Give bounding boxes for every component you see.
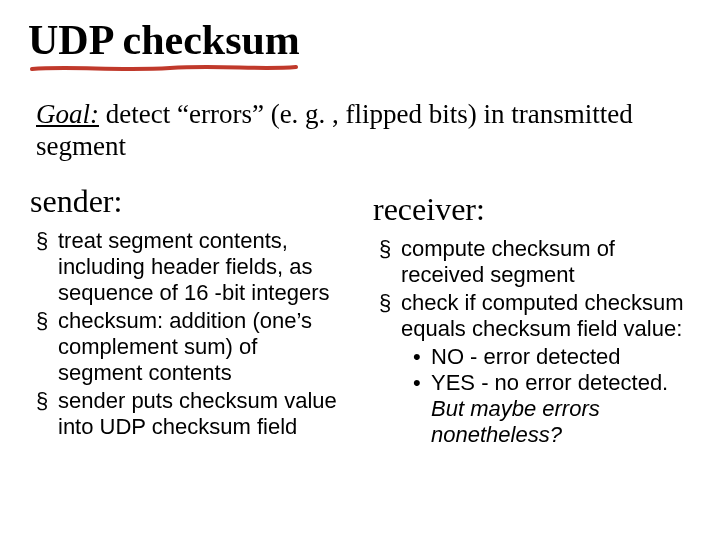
sublist-item: YES - no error detected. But maybe error… (413, 370, 688, 448)
goal-label: Goal: (36, 99, 99, 129)
slide: UDP checksum Goal: detect “errors” (e. g… (0, 0, 720, 540)
sender-list: treat segment contents, including header… (30, 228, 349, 440)
list-item: compute checksum of received segment (379, 236, 688, 288)
sublist-text-a: YES - no error detected. (431, 370, 668, 395)
sender-heading: sender: (30, 183, 349, 220)
receiver-sublist: NO - error detected YES - no error detec… (401, 344, 688, 448)
goal-text: detect “errors” (e. g. , flipped bits) i… (36, 99, 633, 161)
receiver-list: compute checksum of received segment che… (373, 236, 692, 448)
title-underline (30, 64, 290, 70)
receiver-column: receiver: compute checksum of received s… (373, 183, 692, 450)
list-item: check if computed checksum equals checks… (379, 290, 688, 448)
list-item: treat segment contents, including header… (36, 228, 345, 306)
list-item: checksum: addition (one’s complement sum… (36, 308, 345, 386)
sublist-text-b: But maybe errors nonetheless? (431, 396, 600, 447)
slide-title: UDP checksum (28, 18, 692, 62)
list-item: sender puts checksum value into UDP chec… (36, 388, 345, 440)
columns: sender: treat segment contents, includin… (28, 183, 692, 450)
goal-line: Goal: detect “errors” (e. g. , flipped b… (36, 98, 692, 163)
list-item-text: check if computed checksum equals checks… (401, 290, 683, 341)
receiver-heading: receiver: (373, 191, 692, 228)
sublist-item: NO - error detected (413, 344, 688, 370)
sender-column: sender: treat segment contents, includin… (30, 183, 349, 450)
